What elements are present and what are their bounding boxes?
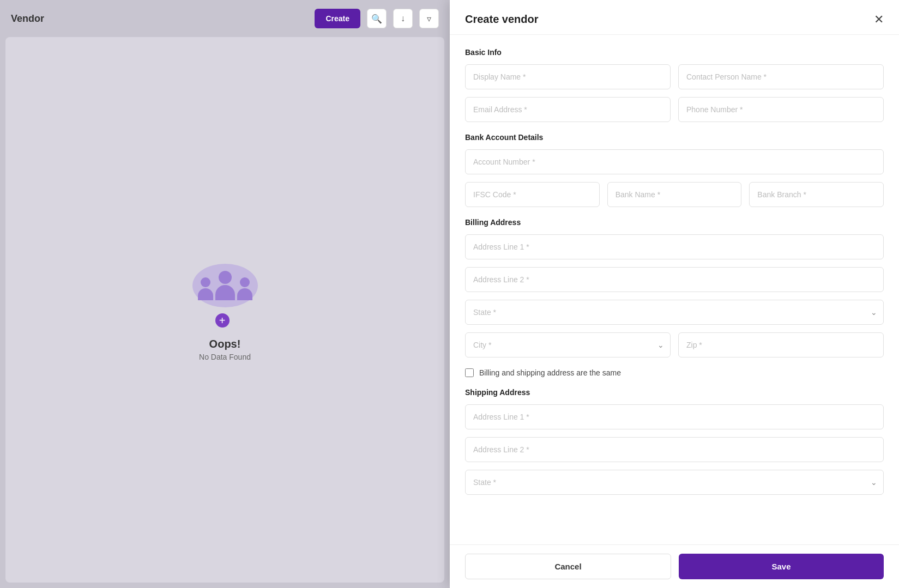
search-icon: 🔍 [371,14,382,24]
filter-icon: ▿ [427,14,431,24]
modal-title: Create vendor [465,13,539,26]
shipping-state-select[interactable]: State * [465,470,884,495]
empty-state-illustration: + [190,258,261,329]
filter-button[interactable]: ▿ [419,9,439,28]
bank-account-section-title: Bank Account Details [465,133,884,142]
basic-info-section-title: Basic Info [465,48,884,57]
modal-header: Create vendor ✕ [450,0,899,35]
email-address-input[interactable] [465,97,671,122]
bank-branch-input[interactable] [749,182,884,207]
shipping-address-line2-input[interactable] [465,437,884,462]
phone-number-input[interactable] [678,97,884,122]
billing-zip-input[interactable] [678,332,884,357]
same-address-checkbox[interactable] [465,368,474,377]
empty-state-subtitle: No Data Found [199,353,251,361]
page-title: Vendor [11,13,308,25]
search-button[interactable]: 🔍 [367,9,387,28]
close-button[interactable]: ✕ [874,14,884,26]
add-icon: + [214,312,231,329]
create-button[interactable]: Create [315,9,360,28]
download-button[interactable]: ↓ [393,9,413,28]
billing-address-line2-input[interactable] [465,267,884,292]
cancel-button[interactable]: Cancel [465,554,671,579]
download-icon: ↓ [401,14,405,23]
account-number-input[interactable] [465,149,884,174]
modal-body: Basic Info Bank Account Details [450,35,899,544]
billing-address-section-title: Billing Address [465,218,884,227]
create-vendor-modal: Create vendor ✕ Basic Info [450,0,899,588]
same-address-label: Billing and shipping address are the sam… [479,368,621,377]
bank-name-input[interactable] [607,182,742,207]
shipping-address-section-title: Shipping Address [465,388,884,397]
display-name-input[interactable] [465,64,671,89]
billing-state-select[interactable]: State * [465,300,884,325]
empty-state-title: Oops! [209,338,241,350]
save-button[interactable]: Save [679,554,884,579]
modal-footer: Cancel Save [450,544,899,588]
contact-person-name-input[interactable] [678,64,884,89]
ifsc-code-input[interactable] [465,182,600,207]
billing-address-line1-input[interactable] [465,234,884,259]
shipping-address-line1-input[interactable] [465,404,884,429]
billing-city-select[interactable]: City * [465,332,671,357]
